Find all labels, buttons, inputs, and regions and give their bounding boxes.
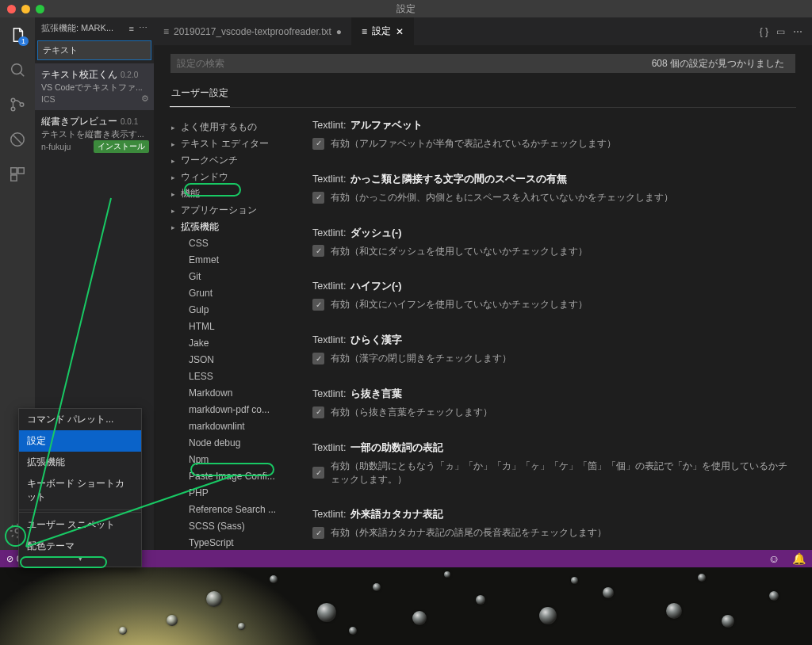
toc-subitem[interactable]: markdownlint xyxy=(170,418,289,435)
editor-tab[interactable]: ≡設定✕ xyxy=(352,17,414,45)
svg-rect-7 xyxy=(11,175,17,181)
svg-point-2 xyxy=(11,107,15,111)
menu-item[interactable]: キーボード ショートカット xyxy=(19,473,141,508)
close-icon[interactable]: ✕ xyxy=(396,26,404,37)
svg-rect-6 xyxy=(18,168,24,174)
more-icon[interactable]: ⋯ xyxy=(139,23,147,33)
toc-item[interactable]: よく使用するもの xyxy=(170,119,289,135)
setting-desc: 有効（かっこの外側、内側ともにスペースを入れていないかをチェックします） xyxy=(331,191,673,204)
toc-subitem[interactable]: PHP xyxy=(170,485,289,502)
dirty-indicator: ● xyxy=(336,26,342,37)
menu-item[interactable]: コマンド パレット... xyxy=(19,409,141,430)
setting-item: Textlint: ハイフン(-) ✓有効（和文にハイフンを使用していないかチェ… xyxy=(312,280,796,311)
file-icon: ≡ xyxy=(362,26,367,37)
notifications-icon[interactable]: 🔔 xyxy=(786,552,812,565)
file-icon: ≡ xyxy=(163,26,169,37)
setting-desc: 有効（和文にハイフンを使用していないかチェックします） xyxy=(331,298,588,311)
checkbox[interactable]: ✓ xyxy=(312,406,324,418)
toc-subitem[interactable]: JSON xyxy=(170,352,289,368)
svg-rect-5 xyxy=(11,168,17,174)
toc-subitem[interactable]: Jake xyxy=(170,335,289,352)
filter-icon[interactable]: ≡ xyxy=(129,24,134,33)
toc-item-extensions[interactable]: 拡張機能 xyxy=(170,219,289,235)
svg-point-0 xyxy=(12,64,22,74)
toc-subitem[interactable]: Npm xyxy=(170,452,289,468)
checkbox[interactable]: ✓ xyxy=(312,467,324,479)
menu-item[interactable]: 配色テーマ xyxy=(19,536,141,567)
toc-subitem[interactable]: Grunt xyxy=(170,285,289,302)
svg-point-1 xyxy=(11,98,15,102)
setting-item: Textlint: ひらく漢字 ✓有効（漢字の閉じ開きをチェックします） xyxy=(312,334,796,365)
setting-desc: 有効（和文にダッシュを使用していないかチェックします） xyxy=(331,245,588,258)
setting-desc: 有効（助数詞にともなう「ヵ」「か」「カ」「ヶ」「ケ」「箇」「個」の表記で「か」を… xyxy=(331,460,796,487)
settings-search-input[interactable] xyxy=(170,58,641,69)
files-icon[interactable]: 1 xyxy=(8,25,27,44)
setting-desc: 有効（外来語カタカナ表記の語尾の長音表記をチェックします） xyxy=(331,526,607,540)
toc-subitem[interactable]: Reference Search ... xyxy=(170,502,289,518)
setting-item: Textlint: ら抜き言葉 ✓有効（ら抜き言葉をチェックします） xyxy=(312,387,796,419)
gear-icon[interactable]: ⚙ xyxy=(141,93,149,105)
checkbox[interactable]: ✓ xyxy=(312,527,324,539)
toc-subitem[interactable]: Git xyxy=(170,269,289,285)
search-icon[interactable] xyxy=(8,60,27,79)
toc-subitem[interactable]: Emmet xyxy=(170,252,289,269)
toc-subitem[interactable]: Gulp xyxy=(170,302,289,319)
checkbox[interactable]: ✓ xyxy=(312,138,324,150)
setting-item: Textlint: アルファベット ✓有効（アルファベットが半角で表記されている… xyxy=(312,119,796,151)
menu-item[interactable]: ユーザー スニペット xyxy=(19,514,141,536)
sidebar-title: 拡張機能: MARK... xyxy=(41,22,124,34)
checkbox[interactable]: ✓ xyxy=(312,192,324,204)
no-icon: ⊘ xyxy=(6,554,13,564)
menu-item[interactable]: 拡張機能 xyxy=(19,452,141,473)
settings-count: 608 個の設定が見つかりました xyxy=(641,57,795,71)
settings-list[interactable]: Textlint: アルファベット ✓有効（アルファベットが半角で表記されている… xyxy=(289,119,796,550)
toc-subitem[interactable]: Markdown xyxy=(170,385,289,402)
debug-icon[interactable] xyxy=(8,130,27,149)
window-title: 設定 xyxy=(0,2,812,16)
settings-toc[interactable]: よく使用するものテキスト エディターワークベンチウィンドウ機能アプリケーション拡… xyxy=(170,119,289,550)
feedback-icon[interactable]: ☺ xyxy=(762,552,786,565)
tab-action-icon[interactable]: ▭ xyxy=(776,26,785,37)
toc-item[interactable]: 機能 xyxy=(170,185,289,202)
checkbox[interactable]: ✓ xyxy=(312,299,324,311)
setting-item: Textlint: 外来語カタカナ表記 ✓有効（外来語カタカナ表記の語尾の長音表… xyxy=(312,508,796,540)
titlebar: 設定 xyxy=(0,0,812,17)
manage-popup-menu: コマンド パレット...設定拡張機能キーボード ショートカットユーザー スニペッ… xyxy=(18,408,142,567)
settings-search-row: 608 個の設定が見つかりました xyxy=(170,53,796,74)
setting-desc: 有効（アルファベットが半角で表記されているかチェックします） xyxy=(331,137,616,151)
toc-item[interactable]: テキスト エディター xyxy=(170,135,289,152)
toc-subitem[interactable]: Node debug xyxy=(170,435,289,452)
toc-subitem[interactable]: Paste Image Confi... xyxy=(170,468,289,485)
tab-action-icon[interactable]: { } xyxy=(760,26,768,37)
setting-item: Textlint: ダッシュ(-) ✓有効（和文にダッシュを使用していないかチェ… xyxy=(312,227,796,258)
editor-tab[interactable]: ≡20190217_vscode-textproofreader.txt● xyxy=(154,17,352,45)
desktop-wallpaper xyxy=(0,567,812,645)
toc-item[interactable]: アプリケーション xyxy=(170,202,289,219)
toc-subitem[interactable]: SCSS (Sass) xyxy=(170,518,289,535)
editor-tabs: ≡20190217_vscode-textproofreader.txt●≡設定… xyxy=(154,17,812,45)
source-control-icon[interactable] xyxy=(8,95,27,114)
setting-item: Textlint: かっこ類と隣接する文字の間のスペースの有無 ✓有効（かっこの… xyxy=(312,173,796,204)
checkbox[interactable]: ✓ xyxy=(312,353,324,364)
scope-tab-user[interactable]: ユーザー設定 xyxy=(170,82,230,107)
toc-subitem[interactable]: HTML xyxy=(170,319,289,335)
install-button[interactable]: インストール xyxy=(94,140,149,153)
extension-item[interactable]: 縦書きプレビュー0.0.1 テキストを縦書き表示す...n-fukujuインスト… xyxy=(35,110,154,157)
toc-subitem[interactable]: CSS xyxy=(170,235,289,252)
checkbox[interactable]: ✓ xyxy=(312,245,324,257)
setting-desc: 有効（ら抜き言葉をチェックします） xyxy=(331,406,492,419)
svg-point-3 xyxy=(20,103,24,107)
menu-item[interactable]: 設定 xyxy=(19,430,141,452)
setting-item: Textlint: 一部の助数詞の表記 ✓有効（助数詞にともなう「ヵ」「か」「カ… xyxy=(312,441,796,487)
toc-item[interactable]: ウィンドウ xyxy=(170,169,289,185)
extensions-icon[interactable] xyxy=(8,165,27,184)
extension-item[interactable]: テキスト校正くん0.2.0 VS Codeでテキストファ...ICS⚙ xyxy=(35,63,154,110)
toc-item[interactable]: ワークベンチ xyxy=(170,152,289,169)
files-badge: 1 xyxy=(18,36,29,46)
setting-desc: 有効（漢字の閉じ開きをチェックします） xyxy=(331,352,511,365)
toc-subitem[interactable]: TypeScript xyxy=(170,535,289,550)
toc-subitem[interactable]: markdown-pdf co... xyxy=(170,402,289,418)
toc-subitem[interactable]: LESS xyxy=(170,368,289,385)
extensions-search-input[interactable]: テキスト xyxy=(37,40,151,60)
tab-action-icon[interactable]: ⋯ xyxy=(793,26,802,37)
